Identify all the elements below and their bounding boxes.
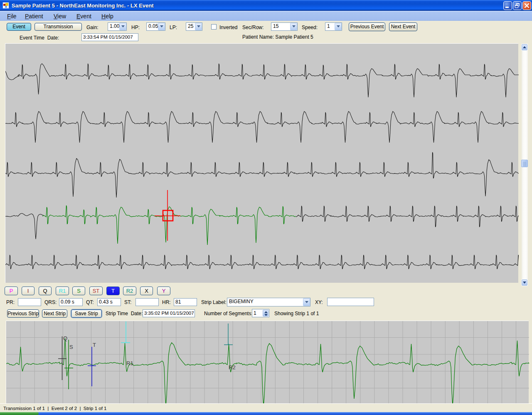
svg-text:R1: R1 [126,360,133,366]
svg-text:T: T [93,342,96,348]
svg-text:Q: Q [63,335,67,341]
svg-text:R2: R2 [229,364,236,371]
svg-text:S: S [69,344,73,350]
